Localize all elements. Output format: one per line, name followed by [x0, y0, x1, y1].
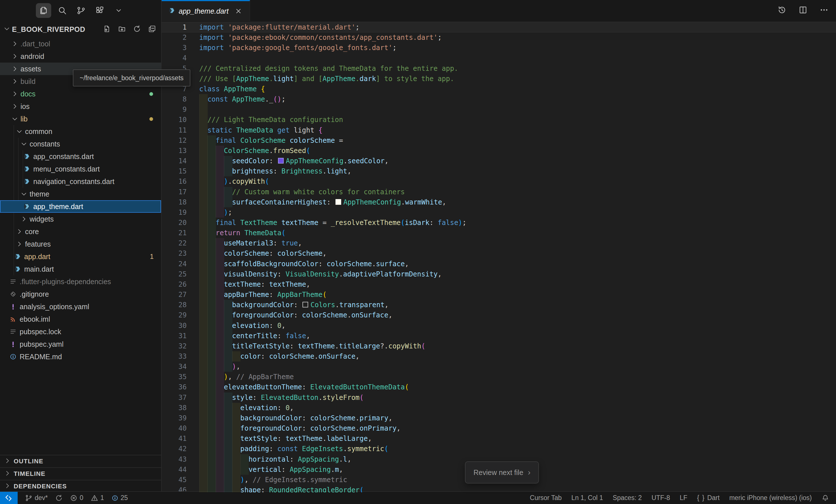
code-line-21[interactable]: 21return ThemeData(	[162, 228, 836, 238]
tree-file-menu_constants.dart[interactable]: menu_constants.dart	[0, 163, 161, 175]
status-lf[interactable]: LF	[680, 494, 687, 502]
panel-dependencies[interactable]: DEPENDENCIES	[0, 480, 161, 492]
code-line-24[interactable]: 24scaffoldBackgroundColor: colorScheme.s…	[162, 259, 836, 269]
code-line-36[interactable]: 36elevatedButtonTheme: ElevatedButtonThe…	[162, 382, 836, 392]
code-line-33[interactable]: 33color: colorScheme.onSurface,	[162, 351, 836, 362]
code-line-20[interactable]: 20final TextTheme textTheme = _resolveTe…	[162, 218, 836, 228]
tree-folder-core[interactable]: core	[0, 225, 161, 238]
tree-file-app_constants.dart[interactable]: app_constants.dart	[0, 150, 161, 163]
panel-timeline[interactable]: TIMELINE	[0, 467, 161, 480]
code-line-26[interactable]: 26textTheme: textTheme,	[162, 279, 836, 290]
code-line-25[interactable]: 25visualDensity: VisualDensity.adaptiveP…	[162, 269, 836, 279]
code-line-40[interactable]: 40foregroundColor: colorScheme.onPrimary…	[162, 423, 836, 433]
status-sync[interactable]	[55, 494, 63, 502]
tree-folder-docs[interactable]: docs	[0, 88, 161, 100]
code-line-14[interactable]: 14seedColor: AppThemeConfig.seedColor,	[162, 156, 836, 166]
tree-file-pubspec.lock[interactable]: pubspec.lock	[0, 325, 161, 338]
tree-file-pubspec.yaml[interactable]: pubspec.yaml	[0, 338, 161, 350]
code-editor[interactable]: 1import 'package:flutter/material.dart';…	[162, 21, 836, 492]
activity-search-button[interactable]	[55, 3, 70, 18]
code-line-41[interactable]: 41textStyle: textTheme.labelLarge,	[162, 433, 836, 444]
code-line-5[interactable]: 5/// Centralized design tokens and Theme…	[162, 63, 836, 74]
code-line-16[interactable]: 16).copyWith(	[162, 176, 836, 187]
code-line-6[interactable]: 6/// Use [AppTheme.light] and [AppTheme.…	[162, 74, 836, 84]
code-line-1[interactable]: 1import 'package:flutter/material.dart';	[162, 22, 836, 33]
status-ln-1-col-1[interactable]: Ln 1, Col 1	[571, 494, 603, 502]
code-line-8[interactable]: 8const AppTheme._();	[162, 94, 836, 104]
new-file-button[interactable]	[103, 25, 111, 34]
status-cursor-tab[interactable]: Cursor Tab	[530, 494, 562, 502]
code-line-4[interactable]: 4	[162, 53, 836, 63]
activity-source-control-button[interactable]	[73, 3, 89, 18]
tree-file-.flutter-plugins-dependencies[interactable]: .flutter-plugins-dependencies	[0, 275, 161, 288]
activity-views-chevron-button[interactable]	[111, 3, 126, 18]
tree-folder-widgets[interactable]: widgets	[0, 213, 161, 225]
tree-folder-lib[interactable]: lib	[0, 113, 161, 125]
collapse-all-button[interactable]	[148, 25, 156, 34]
tree-folder-common[interactable]: common	[0, 125, 161, 138]
code-line-18[interactable]: 18surfaceContainerHighest: AppThemeConfi…	[162, 197, 836, 207]
code-line-11[interactable]: 11static ThemeData get light {	[162, 125, 836, 135]
tree-folder-theme[interactable]: theme	[0, 188, 161, 200]
code-line-27[interactable]: 27appBarTheme: AppBarTheme(	[162, 290, 836, 300]
code-line-12[interactable]: 12final ColorScheme colorScheme =	[162, 135, 836, 146]
status-info[interactable]: 25	[112, 494, 128, 502]
code-line-19[interactable]: 19);	[162, 207, 836, 218]
code-line-13[interactable]: 13ColorScheme.fromSeed(	[162, 146, 836, 156]
code-line-28[interactable]: 28backgroundColor: Colors.transparent,	[162, 300, 836, 310]
tab-app-theme[interactable]: app_theme.dart	[162, 0, 250, 21]
tree-folder-features[interactable]: features	[0, 238, 161, 250]
tree-file-.gitignore[interactable]: .gitignore	[0, 288, 161, 301]
status-bell[interactable]	[821, 494, 829, 502]
remote-indicator[interactable]	[0, 492, 18, 504]
code-line-35[interactable]: 35), // AppBarTheme	[162, 372, 836, 382]
code-line-38[interactable]: 38elevation: 0,	[162, 403, 836, 413]
status-spaces-2[interactable]: Spaces: 2	[613, 494, 642, 502]
tree-file-app.dart[interactable]: app.dart1	[0, 250, 161, 263]
code-line-31[interactable]: 31centerTitle: false,	[162, 331, 836, 341]
panel-outline[interactable]: OUTLINE	[0, 455, 161, 467]
tree-file-analysis_options.yaml[interactable]: analysis_options.yaml	[0, 301, 161, 313]
code-line-9[interactable]: 9	[162, 104, 836, 115]
tree-folder-ios[interactable]: ios	[0, 100, 161, 113]
refresh-button[interactable]	[133, 25, 141, 34]
status-warning[interactable]: 1	[91, 494, 104, 502]
code-line-15[interactable]: 15brightness: Brightness.light,	[162, 166, 836, 176]
new-folder-button[interactable]	[118, 25, 126, 34]
tree-file-app_theme.dart[interactable]: app_theme.dart	[0, 200, 161, 213]
status-error[interactable]: 0	[70, 494, 83, 502]
code-line-3[interactable]: 3import 'package:google_fonts/google_fon…	[162, 43, 836, 53]
status-dart[interactable]: { }Dart	[697, 494, 720, 502]
code-line-30[interactable]: 30elevation: 0,	[162, 321, 836, 331]
activity-extensions-button[interactable]	[92, 3, 108, 18]
tree-folder-constants[interactable]: constants	[0, 138, 161, 150]
status-utf-8[interactable]: UTF-8	[652, 494, 670, 502]
chevron-down-icon[interactable]	[3, 25, 10, 33]
close-icon[interactable]	[235, 7, 242, 15]
code-line-23[interactable]: 23colorScheme: colorScheme,	[162, 248, 836, 258]
tree-file-main.dart[interactable]: main.dart	[0, 263, 161, 275]
code-line-37[interactable]: 37style: ElevatedButton.styleFrom(	[162, 392, 836, 403]
code-line-10[interactable]: 10/// Light ThemeData configuration	[162, 115, 836, 125]
code-line-22[interactable]: 22useMaterial3: true,	[162, 238, 836, 248]
tree-folder-android[interactable]: android	[0, 50, 161, 62]
activity-explorer-button[interactable]	[36, 3, 51, 18]
code-line-17[interactable]: 17// Custom warm white colors for contai…	[162, 187, 836, 197]
split-editor-button[interactable]	[798, 5, 808, 16]
review-next-file-button[interactable]: Review next file ›	[465, 461, 539, 484]
code-line-2[interactable]: 2import 'package:ebook/common/constants/…	[162, 33, 836, 43]
project-title[interactable]: E_BOOK_RIVERPOD	[12, 25, 86, 34]
status-branch[interactable]: dev*	[25, 494, 48, 502]
code-line-42[interactable]: 42padding: const EdgeInsets.symmetric(	[162, 444, 836, 454]
tree-file-ebook.iml[interactable]: ebook.iml	[0, 313, 161, 325]
history-button[interactable]	[777, 5, 786, 16]
code-line-29[interactable]: 29foregroundColor: colorScheme.onSurface…	[162, 310, 836, 320]
code-line-39[interactable]: 39backgroundColor: colorScheme.primary,	[162, 413, 836, 423]
tree-file-navigation_constants.dart[interactable]: navigation_constants.dart	[0, 175, 161, 188]
tree-file-README.md[interactable]: README.md	[0, 350, 161, 363]
code-line-7[interactable]: 7class AppTheme {	[162, 84, 836, 94]
code-line-32[interactable]: 32titleTextStyle: textTheme.titleLarge?.…	[162, 341, 836, 351]
more-actions-button[interactable]	[819, 5, 829, 16]
tree-folder-.dart_tool[interactable]: .dart_tool	[0, 38, 161, 50]
code-line-34[interactable]: 34),	[162, 362, 836, 372]
